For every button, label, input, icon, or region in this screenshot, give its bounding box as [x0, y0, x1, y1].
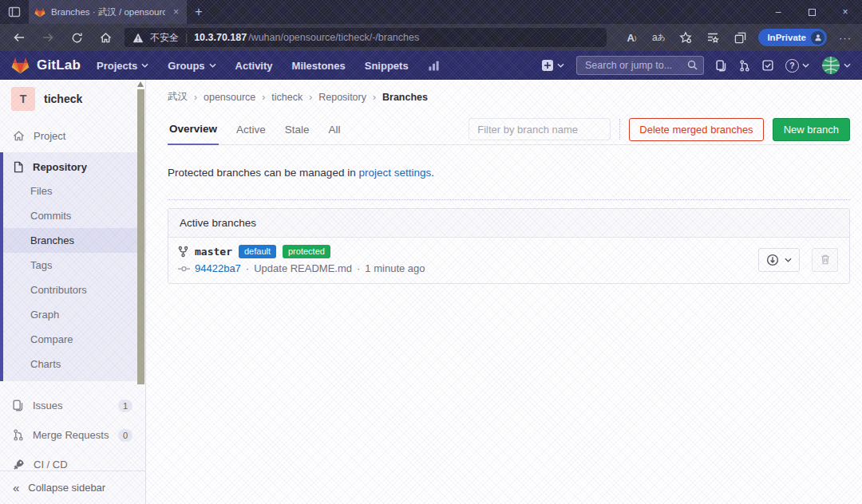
global-search	[576, 56, 704, 75]
toolbar-actions: A) aあ InPrivate ···	[619, 26, 857, 49]
commit-sha-link[interactable]: 94422ba7	[195, 262, 241, 274]
chevron-down-icon	[844, 63, 851, 68]
download-artifacts-button[interactable]	[758, 248, 800, 272]
sidebar-scrollbar-thumb[interactable]	[137, 89, 144, 384]
new-branch-button[interactable]: New branch	[773, 118, 850, 141]
menu-groups[interactable]: Groups	[168, 60, 216, 72]
user-menu[interactable]	[821, 56, 851, 75]
inprivate-label: InPrivate	[767, 33, 806, 42]
commit-time: 1 minute ago	[365, 262, 425, 274]
collapse-sidebar-button[interactable]: « Collapse sidebar	[0, 471, 145, 504]
branches-tabs-row: Overview Active Stale All Delete merged …	[168, 114, 850, 145]
sidebar-item-compare[interactable]: Compare	[3, 327, 145, 352]
todos-nav-icon[interactable]	[762, 60, 773, 71]
tab-overview[interactable]: Overview	[168, 114, 219, 145]
forward-icon	[34, 26, 62, 49]
mr-count-badge: 0	[118, 429, 132, 442]
tab-all[interactable]: All	[327, 114, 342, 145]
breadcrumb-branches: Branches	[382, 92, 428, 103]
sidebar-item-charts[interactable]: Charts	[3, 352, 145, 376]
back-icon[interactable]	[5, 26, 34, 49]
sidebar-item-tags[interactable]: Tags	[3, 253, 145, 278]
new-menu-button[interactable]	[541, 59, 564, 72]
collections-icon[interactable]	[728, 26, 752, 49]
filter-branch-input[interactable]	[469, 118, 611, 140]
delete-branch-button	[812, 248, 838, 272]
merge-requests-nav-icon[interactable]	[739, 60, 750, 72]
sidebar-item-issues[interactable]: Issues 1	[0, 391, 145, 420]
address-divider: |	[185, 32, 188, 43]
breadcrumb-repository[interactable]: Repository	[318, 92, 366, 103]
app-body: T ticheck Project Repository Files Commi…	[0, 80, 862, 504]
branch-row: master default protected 94422ba7 · Upda…	[168, 238, 849, 283]
sidebar-item-files[interactable]: Files	[3, 179, 145, 203]
breadcrumb: 武汉 › opensource › ticheck › Repository ›…	[168, 80, 850, 104]
address-bar[interactable]: 不安全 | 10.3.70.187 /wuhan/opensource/tich…	[125, 28, 607, 47]
project-avatar: T	[11, 87, 35, 111]
branch-fork-icon	[178, 246, 188, 258]
main-content: 武汉 › opensource › ticheck › Repository ›…	[146, 80, 862, 504]
breadcrumb-project[interactable]: ticheck	[271, 92, 302, 103]
refresh-icon[interactable]	[62, 26, 91, 49]
issues-icon	[13, 400, 24, 411]
tab-close-icon[interactable]: ×	[171, 6, 181, 18]
menu-activity[interactable]: Activity	[235, 60, 273, 72]
gitlab-logo-icon	[11, 57, 30, 74]
menu-projects[interactable]: Projects	[97, 60, 148, 72]
search-icon	[687, 60, 698, 70]
new-tab-button[interactable]: +	[187, 0, 211, 24]
add-favorite-icon[interactable]	[674, 26, 698, 49]
help-menu[interactable]: ?	[785, 59, 809, 73]
charts-nav-icon[interactable]	[428, 60, 440, 72]
project-name: ticheck	[44, 93, 82, 105]
home-icon[interactable]	[91, 26, 120, 49]
chevron-down-icon	[557, 63, 564, 68]
maximize-button[interactable]	[795, 0, 828, 24]
inprivate-badge[interactable]: InPrivate	[758, 29, 827, 46]
protected-badge: protected	[283, 245, 330, 258]
breadcrumb-group[interactable]: 武汉	[168, 90, 188, 104]
gitlab-brand[interactable]: GitLab	[11, 57, 81, 74]
sidebar-item-merge-requests[interactable]: Merge Requests 0	[0, 420, 145, 450]
collapse-chevrons-icon: «	[13, 481, 19, 494]
url-host: 10.3.70.187	[194, 32, 247, 43]
tab-active[interactable]: Active	[235, 114, 267, 145]
sidebar-item-branches[interactable]: Branches	[3, 228, 145, 253]
home-icon	[13, 130, 25, 142]
minimize-button[interactable]: –	[761, 0, 795, 24]
chevron-down-icon	[802, 63, 809, 68]
project-context[interactable]: T ticheck	[0, 80, 145, 116]
project-settings-link[interactable]: project settings	[358, 167, 431, 179]
sidebar-scrollbar-arrow[interactable]	[137, 81, 144, 87]
read-aloud-icon[interactable]: A)	[619, 26, 643, 49]
sidebar-item-repository[interactable]: Repository	[3, 155, 145, 179]
sidebar-item-commits[interactable]: Commits	[3, 203, 145, 228]
document-icon	[13, 161, 24, 173]
translate-icon[interactable]: aあ	[646, 26, 670, 49]
security-warning-label[interactable]: 不安全	[150, 31, 179, 45]
delete-merged-branches-button[interactable]: Delete merged branches	[629, 118, 763, 141]
sidebar-item-graph[interactable]: Graph	[3, 302, 145, 327]
gitlab-menu: Projects Groups Activity Milestones Snip…	[97, 60, 440, 72]
menu-snippets[interactable]: Snippets	[365, 60, 409, 72]
sidebar-section-repository: Repository Files Commits Branches Tags C…	[0, 152, 145, 381]
close-button[interactable]: ×	[828, 0, 862, 24]
issues-nav-icon[interactable]	[716, 60, 727, 72]
breadcrumb-subgroup[interactable]: opensource	[204, 92, 255, 103]
search-input[interactable]	[576, 56, 704, 75]
security-warning-icon[interactable]	[132, 33, 144, 43]
sidebar-item-contributors[interactable]: Contributors	[3, 278, 145, 302]
gitlab-brand-name[interactable]: GitLab	[37, 57, 81, 73]
gitlab-favicon	[34, 7, 45, 18]
chevron-down-icon	[209, 63, 216, 68]
tab-stale[interactable]: Stale	[283, 114, 311, 145]
favorites-list-icon[interactable]	[701, 26, 725, 49]
workspaces-icon[interactable]	[0, 0, 29, 24]
more-options-icon[interactable]: ···	[833, 26, 857, 49]
sidebar-item-project[interactable]: Project	[0, 124, 145, 148]
browser-tab[interactable]: Branches · 武汉 / opensource / t ×	[29, 0, 187, 24]
tab-title: Branches · 武汉 / opensource / t	[51, 6, 165, 18]
chevron-down-icon	[785, 258, 792, 262]
branch-name[interactable]: master	[195, 246, 232, 258]
menu-milestones[interactable]: Milestones	[292, 60, 346, 72]
